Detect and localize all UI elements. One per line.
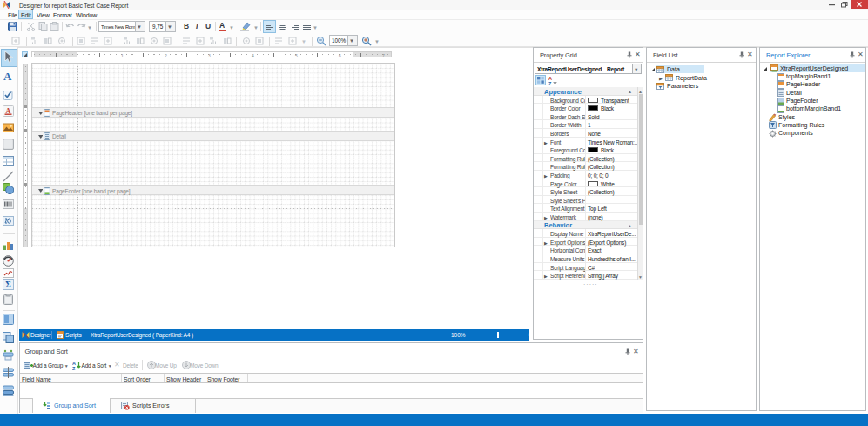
svg-text:Z: Z	[548, 81, 552, 85]
svg-text:Z: Z	[72, 366, 76, 370]
svg-text:A: A	[6, 107, 11, 115]
svg-text:Σ: Σ	[5, 280, 11, 289]
